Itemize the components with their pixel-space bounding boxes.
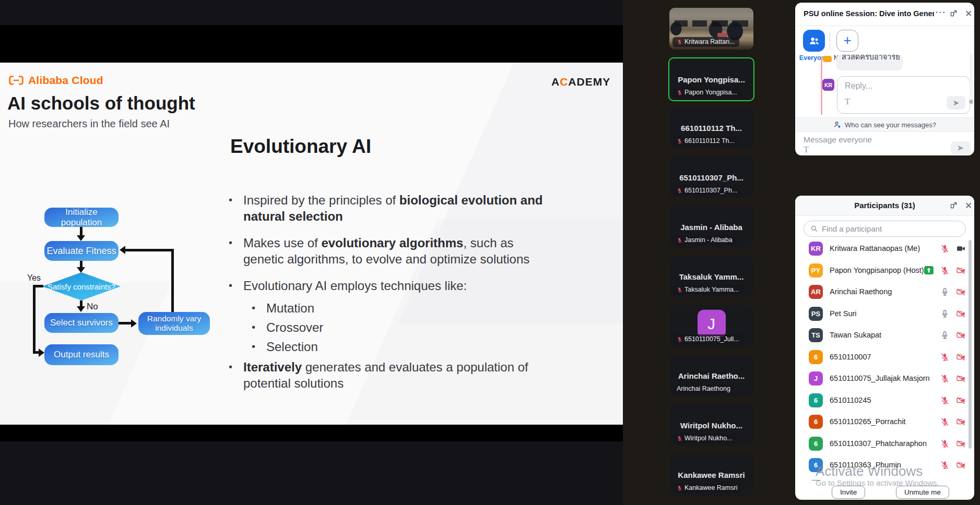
video-tile[interactable]: 6510110307_Ph... 6510110307_Ph... [669,157,753,198]
video-tile[interactable]: 6610110112 Th... 6610110112 Th... [669,107,753,149]
close-icon[interactable]: ✕ [965,200,972,211]
message-input-placeholder[interactable]: Message everyone [804,135,872,145]
participant-avatar: KR [809,242,823,256]
mic-muted-icon [940,439,949,448]
tile-name-label: Arinchai Raethong [672,384,735,394]
participant-name: 6510110007 [830,353,871,361]
send-reply-button[interactable] [947,96,965,110]
participant-row[interactable]: PYPapon Yongpisanpop (Host) [795,260,974,281]
participant-row[interactable]: J6510110075_Jullajak Masjorn [795,368,974,389]
mic-muted-icon [940,374,949,383]
mic-muted-icon [677,436,682,441]
participants-title: Participants (31) [795,201,974,210]
alibaba-cloud-label: Alibaba Cloud [28,74,103,87]
reply-input[interactable]: Reply... T [837,76,970,114]
participants-header: Participants (31) ✕ [795,196,974,216]
who-can-see-bar[interactable]: Who can see your messages? [795,117,974,132]
chat-panel: PSU online Session: Dive into Generati..… [795,3,974,155]
chat-scrollbar[interactable] [970,54,973,106]
format-text-icon[interactable]: T [845,97,850,107]
participant-row[interactable]: KRKritwara Rattanaopas (Me) [795,238,974,259]
camera-off-icon [956,460,966,470]
bullet-text: Iteratively generates and evaluates a po… [243,359,552,391]
video-tile[interactable]: Taksaluk Yamm... Taksaluk Yamma... [669,256,753,297]
participant-name: 6510110307_Phatcharaphon [830,439,927,448]
video-tile[interactable]: Kritwara Rattan... [669,8,753,50]
participant-status-icons [940,309,966,319]
video-tile[interactable]: Kankawee Ramsri Kankawee Ramsri [669,454,753,496]
meeting-window: Alibaba Cloud AI schools of thought How … [0,0,980,505]
participant-row[interactable]: 66510110307_Phatcharaphon [795,433,974,454]
screen-share-icon [924,266,934,274]
participant-avatar: PS [809,307,823,321]
participant-row[interactable]: 66510110245 [795,390,974,411]
unmute-me-button[interactable]: Unmute me [896,486,949,499]
bullet-text: Selection [266,339,318,355]
video-tile[interactable]: Jasmin - Alibaba Jasmin - Alibaba [669,206,753,248]
more-options-icon[interactable]: ⋯ [935,6,946,18]
participant-status-icons [940,374,966,383]
participant-row[interactable]: PSPet Suri [795,303,974,324]
activate-windows-watermark: Activate Windows [816,463,923,479]
close-icon[interactable]: ✕ [965,8,972,19]
presentation-slide: Alibaba Cloud AI schools of thought How … [0,63,623,425]
participant-avatar: J [809,371,823,386]
participant-name: 6510110245 [830,396,871,404]
tile-name-label: Papon Yongpisa... [672,88,741,98]
slide-title: AI schools of thought [7,93,195,114]
flow-label-yes: Yes [27,273,41,283]
video-tile[interactable]: Wiritpol Nukho... Wiritpol Nukho... [669,404,753,446]
video-tile[interactable]: J 6510110075_Jull... [669,305,753,347]
tile-name-label: Kankawee Ramsri [672,483,741,493]
chat-scrollbar-thumb[interactable] [969,100,973,104]
bullet-marker: • [252,339,266,355]
participant-name: 6510110265_Porrachit [830,417,906,426]
camera-off-icon [956,439,966,449]
pop-out-icon[interactable] [950,201,958,209]
camera-off-icon [956,417,966,427]
mic-icon [940,331,949,340]
tile-name-label: Taksaluk Yamma... [672,285,743,295]
participant-status-icons [940,244,966,254]
new-chat-button[interactable]: + [836,30,858,52]
mic-muted-icon [940,396,949,405]
flow-arrowhead [77,235,85,241]
participant-row[interactable]: TSTawan Sukapat [795,324,974,346]
video-tile-active[interactable]: Papon Yongpisa... Papon Yongpisa... [668,57,754,101]
flow-line [171,249,174,312]
send-message-button[interactable] [951,141,971,155]
slide-bullet-list: •Inspired by the principles of biologica… [229,192,552,402]
search-icon [810,225,818,233]
participant-row[interactable]: 66510110007 [795,346,974,368]
everyone-chat-button[interactable] [803,30,825,52]
tile-name-label: Jasmin - Alibaba [672,235,737,245]
flow-label-no: No [87,302,98,312]
camera-off-icon [956,287,966,297]
participant-status-icons [940,439,966,449]
participant-avatar: AR [809,285,823,299]
participant-row[interactable]: 66510110265_Porrachit [795,411,974,432]
pop-out-icon[interactable] [950,9,958,17]
participant-status-icons [940,330,966,340]
camera-off-icon [956,330,966,340]
flow-line [125,249,174,251]
mic-muted-icon [677,485,682,491]
screen-share-area: Alibaba Cloud AI schools of thought How … [0,0,623,505]
format-text-icon[interactable]: T [804,145,809,155]
alibaba-cloud-icon [8,75,24,86]
participant-avatar: TS [809,328,823,342]
mic-icon [940,309,949,318]
video-tile[interactable]: Arinchai Raetho...Arinchai Raethong [669,355,753,396]
invite-button[interactable]: Invite [832,486,865,499]
mic-muted-icon [940,417,949,426]
message-avatar-partial [823,56,832,62]
participants-scrollbar-thumb[interactable] [969,240,972,449]
participant-row[interactable]: ARArinchai Raethong [795,281,974,303]
slide-subtitle: How researchers in the field see AI [8,118,170,130]
plus-icon: + [843,33,851,47]
participant-search-input[interactable]: Find a participant [804,221,966,237]
participant-name: 6510110075_Jullajak Masjorn [830,374,930,382]
camera-off-icon [956,266,966,275]
people-icon [808,35,820,47]
bullet-marker: • [229,192,243,224]
